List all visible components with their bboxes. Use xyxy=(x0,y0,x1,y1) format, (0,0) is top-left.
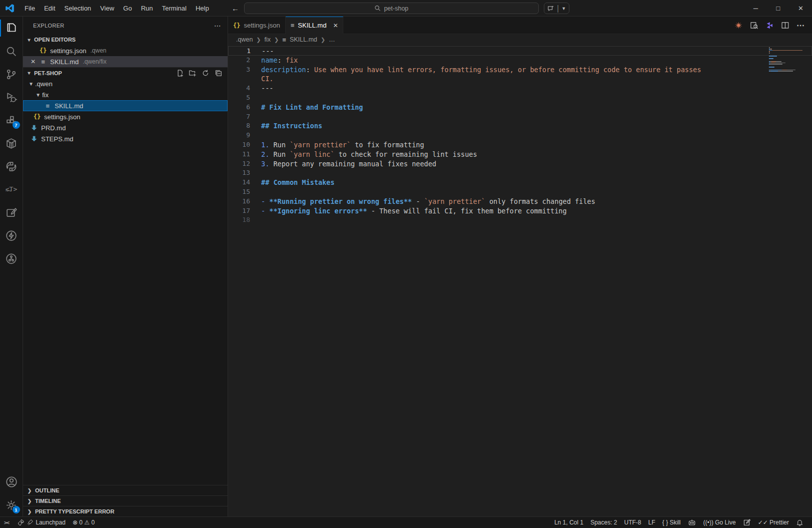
code-line-wrap[interactable]: CI. xyxy=(228,74,812,84)
close-icon[interactable]: ✕ xyxy=(29,58,37,65)
code-line-2[interactable]: 2name: fix xyxy=(228,56,812,65)
open-editors-header[interactable]: ▼ OPEN EDITORS xyxy=(23,34,228,45)
close-button[interactable]: ✕ xyxy=(789,0,812,17)
activity-thunder-client[interactable] xyxy=(0,224,23,247)
copilot-button[interactable]: | ▼ xyxy=(544,3,569,14)
line-number: 13 xyxy=(228,168,250,178)
activity-containers[interactable] xyxy=(0,132,23,155)
menu-terminal[interactable]: Terminal xyxy=(157,0,191,17)
breadcrumb-item[interactable]: fix xyxy=(265,36,271,43)
breadcrumb[interactable]: .qwen❯fix❯≡SKILL.md❯… xyxy=(228,34,812,45)
open-editor-SKILL.md[interactable]: ✕≡SKILL.md.qwen/fix xyxy=(23,56,228,67)
status-copilot[interactable] xyxy=(684,517,700,528)
code-line-12[interactable]: 123. Report any remaining manual fixes n… xyxy=(228,159,812,169)
code-line-3[interactable]: 3description: Use when you have lint err… xyxy=(228,65,812,75)
breadcrumb-item[interactable]: SKILL.md xyxy=(290,36,317,43)
status-label: LF xyxy=(648,519,655,526)
status-eol[interactable]: LF xyxy=(645,517,659,528)
status-go-live[interactable]: ((•)) Go Live xyxy=(700,517,739,528)
collapse-all-icon[interactable] xyxy=(215,69,223,77)
close-icon[interactable]: ✕ xyxy=(333,22,338,29)
code-line-9[interactable]: 9 xyxy=(228,131,812,140)
new-folder-icon[interactable] xyxy=(188,69,196,77)
activity-explorer[interactable] xyxy=(0,17,23,40)
search-icon xyxy=(5,45,18,58)
status-prettier[interactable]: ✓✓ Prettier xyxy=(754,517,792,528)
code-line-4[interactable]: 4--- xyxy=(228,84,812,93)
code-line-18[interactable]: 18 xyxy=(228,215,812,225)
status-launchpad[interactable]: Launchpad xyxy=(14,517,69,528)
tree-item-PRD.md[interactable]: PRD.md xyxy=(23,122,228,133)
minimap-line xyxy=(769,56,805,57)
activity-source-control[interactable] xyxy=(0,63,23,86)
tree-item-fix[interactable]: ▼fix xyxy=(23,89,228,100)
panel-pretty-typescript-error[interactable]: ❯PRETTY TYPESCRIPT ERROR xyxy=(23,506,228,516)
activity-accounts[interactable] xyxy=(0,470,23,493)
status-problems[interactable]: ⊗ 0 ⚠ 0 xyxy=(69,517,98,528)
code-line-5[interactable]: 5 xyxy=(228,93,812,103)
open-preview-icon[interactable] xyxy=(750,21,758,30)
menu-file[interactable]: File xyxy=(20,0,40,17)
more-actions-icon[interactable]: ⋯ xyxy=(796,21,805,30)
chevron-right-icon: ❯ xyxy=(274,37,279,43)
code-line-13[interactable]: 13 xyxy=(228,168,812,178)
menu-view[interactable]: View xyxy=(96,0,119,17)
menu-run[interactable]: Run xyxy=(136,0,157,17)
breadcrumb-item[interactable]: .qwen xyxy=(236,36,253,43)
panel-timeline[interactable]: ❯TIMELINE xyxy=(23,495,228,506)
code-line-16[interactable]: 16- **Running prettier on wrong files** … xyxy=(228,197,812,206)
activity-run-debug[interactable] xyxy=(0,86,23,109)
status-encoding[interactable]: UTF-8 xyxy=(621,517,645,528)
panel-outline[interactable]: ❯OUTLINE xyxy=(23,485,228,495)
status-indentation[interactable]: Spaces: 2 xyxy=(587,517,621,528)
status-notifications[interactable] xyxy=(792,517,807,528)
editor-pane[interactable]: 1---2name: fix3description: Use when you… xyxy=(228,45,812,516)
refresh-icon[interactable] xyxy=(201,69,210,77)
code-line-7[interactable]: 7 xyxy=(228,112,812,122)
status-edit-note[interactable] xyxy=(739,517,754,528)
code-line-17[interactable]: 17- **Ignoring linc errors** - These wil… xyxy=(228,206,812,216)
activity-python[interactable] xyxy=(0,155,23,178)
activity-extensions[interactable]: 7 xyxy=(0,109,23,132)
code-line-15[interactable]: 15 xyxy=(228,187,812,197)
pinwheel-icon[interactable] xyxy=(765,21,774,30)
new-file-icon[interactable] xyxy=(175,69,183,77)
status-remote[interactable]: >< xyxy=(0,517,14,528)
tree-item-settings.json[interactable]: {}settings.json xyxy=(23,111,228,122)
sidebar-more-actions[interactable]: ⋯ xyxy=(214,22,222,30)
sidebar-bottom-panels: ❯OUTLINE❯TIMELINE❯PRETTY TYPESCRIPT ERRO… xyxy=(23,485,228,516)
activity-settings[interactable]: 1 xyxy=(0,493,23,516)
menu-help[interactable]: Help xyxy=(191,0,214,17)
tree-item-SKILL.md[interactable]: ≡SKILL.md xyxy=(23,100,228,111)
code-line-10[interactable]: 101. Run `yarn prettier` to fix formatti… xyxy=(228,140,812,150)
menu-selection[interactable]: Selection xyxy=(60,0,95,17)
code-line-14[interactable]: 14## Common Mistakes xyxy=(228,178,812,187)
tree-item-.qwen[interactable]: ▼.qwen xyxy=(23,78,228,89)
split-editor-icon[interactable] xyxy=(781,21,789,30)
status-cursor-position[interactable]: Ln 1, Col 1 xyxy=(551,517,587,528)
breadcrumb-item[interactable]: … xyxy=(329,36,335,43)
menu-edit[interactable]: Edit xyxy=(40,0,60,17)
command-center-search[interactable]: pet-shop xyxy=(244,3,539,14)
code-line-11[interactable]: 112. Run `yarn linc` to check for remain… xyxy=(228,150,812,159)
code-line-6[interactable]: 6# Fix Lint and Formatting xyxy=(228,103,812,112)
code-line-1[interactable]: 1--- xyxy=(228,46,812,56)
activity-template-t[interactable]: <T>~~ xyxy=(0,178,23,201)
activity-circuit[interactable] xyxy=(0,247,23,270)
minimize-button[interactable]: ─ xyxy=(744,0,767,17)
activity-search[interactable] xyxy=(0,40,23,63)
activity-notebook[interactable] xyxy=(0,201,23,224)
tree-item-STEPS.md[interactable]: STEPS.md xyxy=(23,133,228,144)
code-line-8[interactable]: 8## Instructions xyxy=(228,121,812,131)
activity-bar: 7<T>~~1 xyxy=(0,17,23,516)
tab-settings.json[interactable]: {}settings.json xyxy=(228,17,286,34)
status-language-mode[interactable]: { } Skill xyxy=(659,517,684,528)
open-editor-settings.json[interactable]: {}settings.json.qwen xyxy=(23,45,228,56)
project-root-header[interactable]: ▼ PET-SHOP xyxy=(23,67,228,78)
back-arrow-icon[interactable]: ← xyxy=(232,4,239,13)
tab-SKILL.md[interactable]: ≡SKILL.md✕ xyxy=(286,17,344,34)
maximize-button[interactable]: □ xyxy=(767,0,789,17)
menu-go[interactable]: Go xyxy=(119,0,136,17)
claude-starburst-icon[interactable] xyxy=(734,21,743,30)
minimap[interactable] xyxy=(769,47,805,74)
